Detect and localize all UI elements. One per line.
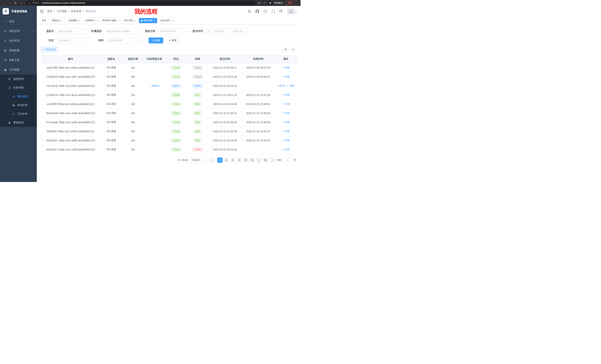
- cell-submit-time: 2022-01-22 23:51:15: [208, 90, 241, 99]
- search-button[interactable]: 搜索: [149, 38, 163, 43]
- detail-link[interactable]: ✎详情: [282, 75, 290, 78]
- result-select[interactable]: 请选择流结果: [106, 38, 142, 43]
- page-button-4[interactable]: 4: [237, 157, 242, 163]
- page-button-1[interactable]: 1: [217, 157, 222, 163]
- detail-link[interactable]: ✎详情: [282, 102, 290, 106]
- cell-actions: ✎详情: [275, 136, 297, 145]
- tab-close-icon[interactable]: ×: [154, 19, 155, 22]
- sidebar-item-payment-manage[interactable]: ¥支付管理: [0, 36, 37, 46]
- tab-close-icon[interactable]: ×: [79, 19, 80, 22]
- tab-close-icon[interactable]: ×: [134, 19, 136, 22]
- tab-home[interactable]: 首页: [40, 18, 48, 23]
- tab-close-icon[interactable]: ×: [95, 19, 97, 22]
- cell-result: 通过: [187, 99, 208, 108]
- tab-close-icon[interactable]: ×: [62, 19, 63, 22]
- cell-submit-time: 2022-01-23 00:06:17: [208, 63, 241, 72]
- bookmark-star-icon[interactable]: ☆: [263, 1, 266, 5]
- url-divider: [40, 2, 41, 4]
- sidebar-item-process-manage[interactable]: ≣流程管理: [0, 75, 37, 83]
- more-pages-button[interactable]: •••: [256, 157, 261, 163]
- home-icon[interactable]: ⌂: [19, 1, 23, 5]
- help-icon[interactable]: ?: [264, 10, 267, 13]
- sidebar-item-infrastructure[interactable]: ▤基础设施: [0, 46, 37, 55]
- tab-close-icon[interactable]: ×: [170, 19, 172, 22]
- page-button-2[interactable]: 2: [224, 157, 229, 163]
- tab-my-process[interactable]: 我的流程×: [139, 18, 157, 23]
- refresh-table-button[interactable]: ↻: [291, 47, 296, 52]
- detail-link[interactable]: ✎详情: [282, 148, 290, 151]
- approval-task-link[interactable]: 一级审批: [150, 84, 159, 87]
- sidebar-item-done-task[interactable]: ✔已办任务: [0, 109, 37, 118]
- back-icon[interactable]: ←: [2, 1, 7, 5]
- sidebar-item-workflow[interactable]: ▦工作流程: [0, 65, 37, 75]
- menu-dots-icon[interactable]: ⋮: [294, 2, 296, 4]
- pagination: 共 104 条 10条/页 ‹ 123456•••11 › 前往 页: [41, 157, 296, 163]
- url-bar[interactable]: ⚠ 不安全 dashboard.yudao.iocoder.cn/bpm/tas…: [26, 1, 255, 5]
- chrome-right-controls: ☆ 无痕模式 更新 ⋮: [258, 1, 299, 5]
- page-size-select[interactable]: 10条/页: [190, 157, 208, 163]
- reload-icon[interactable]: ↻: [13, 1, 18, 5]
- toggle-search-button[interactable]: [283, 47, 289, 52]
- prev-page-button[interactable]: ‹: [210, 157, 215, 163]
- tab-process-model[interactable]: 流程模型×: [67, 18, 82, 23]
- sidebar-item-home[interactable]: ⌂首页: [0, 17, 37, 26]
- edit-icon: ✎: [282, 76, 284, 78]
- sidebar-item-leave-query[interactable]: ♟请假查询: [0, 118, 37, 127]
- eye-icon: ◉: [12, 104, 15, 107]
- hamburger-icon[interactable]: [40, 10, 44, 13]
- detail-link[interactable]: ✎详情: [282, 130, 290, 133]
- detail-link[interactable]: ✎详情: [287, 84, 294, 87]
- update-button[interactable]: 更新 ⋮: [285, 1, 298, 5]
- cancel-link[interactable]: ⊘取消: [278, 84, 285, 87]
- detail-link[interactable]: ✎详情: [282, 121, 290, 124]
- status-select[interactable]: 请选择状态: [56, 38, 89, 43]
- sidebar-item-task-manage[interactable]: ❏任务管理: [0, 83, 37, 92]
- breadcrumb-item[interactable]: 首页: [47, 10, 52, 13]
- detail-link[interactable]: ✎详情: [282, 139, 290, 142]
- page-button-5[interactable]: 5: [243, 157, 249, 163]
- user-avatar[interactable]: ▾: [287, 8, 296, 14]
- cell-end-time: [241, 145, 275, 154]
- select-placeholder: 请选择流结果: [108, 39, 123, 42]
- process-name-input[interactable]: [56, 28, 87, 34]
- key-icon[interactable]: [258, 1, 261, 4]
- sidebar-item-my-process[interactable]: ✉我的流程: [0, 92, 37, 101]
- github-icon[interactable]: [256, 10, 259, 13]
- tab-process-definition[interactable]: 流程定义×: [50, 18, 65, 23]
- sidebar-item-system-manage[interactable]: ⚙系统管理: [0, 26, 37, 36]
- detail-link[interactable]: ✎详情: [282, 93, 290, 97]
- filter-process-name: 流程名: [41, 28, 87, 34]
- refresh-icon: ↻: [169, 39, 171, 42]
- tab-process-form-edit[interactable]: 流程表单-编辑×: [100, 18, 121, 23]
- tab-process-form[interactable]: 流程表单×: [83, 18, 99, 23]
- reset-button[interactable]: ↻ 重置: [165, 38, 180, 43]
- fullscreen-icon[interactable]: [272, 10, 275, 13]
- breadcrumb-item[interactable]: 工作流程: [56, 10, 67, 13]
- sidebar-item-label: 待办任务: [17, 104, 28, 107]
- page-button-6[interactable]: 6: [250, 157, 255, 163]
- next-page-button[interactable]: ›: [270, 157, 275, 163]
- tab-start-process[interactable]: 发起流程×: [159, 18, 174, 23]
- url-text[interactable]: dashboard.yudao.iocoder.cn/bpm/task/my: [42, 2, 85, 4]
- search-icon[interactable]: [248, 10, 251, 13]
- sidebar-item-dev-tools[interactable]: ⚒研发工具: [0, 55, 37, 65]
- date-range-picker[interactable]: 开始日期 - 结束日期: [205, 28, 248, 34]
- category-select[interactable]: 请选择流程分类: [158, 28, 188, 34]
- tab-user-group[interactable]: 用户分组×: [122, 18, 138, 23]
- detail-link[interactable]: ✎详情: [282, 66, 290, 69]
- forward-icon[interactable]: →: [7, 1, 12, 5]
- parent-process-input[interactable]: [104, 28, 140, 34]
- breadcrumb-item[interactable]: 任务管理: [71, 10, 81, 13]
- goto-page-input[interactable]: [284, 157, 292, 163]
- tab-close-icon[interactable]: ×: [117, 19, 119, 22]
- page-button-3[interactable]: 3: [230, 157, 235, 163]
- cell-category: OA: [122, 145, 144, 154]
- security-label[interactable]: 不安全: [32, 1, 39, 5]
- create-process-button[interactable]: + 发起流程: [41, 47, 58, 52]
- chevron-up-icon: [31, 69, 33, 71]
- sidebar-item-todo-task[interactable]: ◉待办任务: [0, 101, 37, 109]
- page-content: 流程名 所属流程 流程分类 请选择流程分类: [37, 25, 300, 182]
- font-size-icon[interactable]: tT: [280, 10, 283, 13]
- detail-link[interactable]: ✎详情: [282, 112, 290, 115]
- page-button-11[interactable]: 11: [263, 157, 268, 163]
